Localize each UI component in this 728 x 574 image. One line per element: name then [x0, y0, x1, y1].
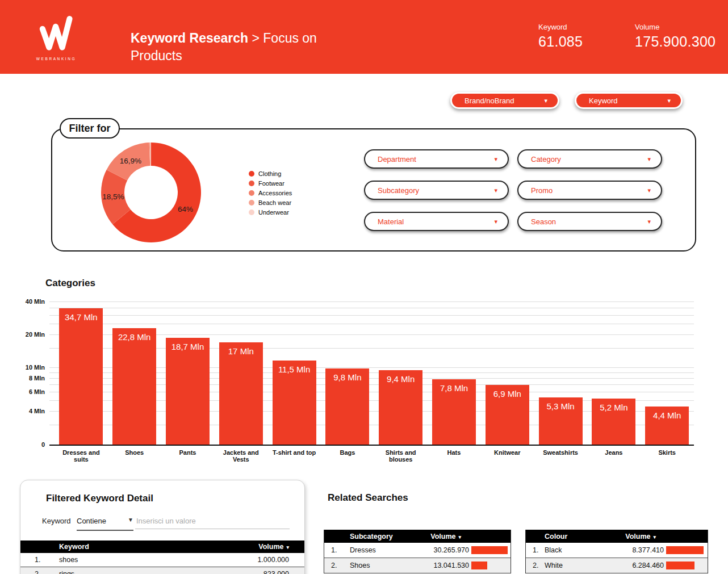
x-axis-category-label: Knitwear — [480, 449, 534, 456]
legend-dot-icon — [249, 190, 254, 196]
legend-label: Footwear — [258, 180, 284, 187]
donut-value-label: 16,9% — [120, 157, 141, 165]
bar-value-label: 11,5 Mln — [273, 364, 316, 374]
filter-dropdown-material[interactable]: Material▾ — [364, 212, 509, 231]
filter-dropdown-label: Department — [378, 155, 416, 164]
legend-dot-icon — [249, 210, 254, 215]
bar-jackets-and-vests[interactable]: 17 Mln — [219, 342, 263, 445]
keyword-filter-operator-dropdown[interactable]: Contiene▼ — [77, 517, 133, 531]
row-label: Shoes — [350, 562, 370, 569]
filter-dropdown-label: Material — [378, 217, 404, 226]
legend-item-underwear: Underwear — [249, 207, 292, 217]
table-row: 1.shoes1.000.000 — [20, 553, 304, 567]
column-header-volume-sort[interactable]: Volume▾ — [625, 533, 656, 541]
filter-dropdown-season[interactable]: Season▾ — [517, 212, 662, 231]
gridline — [49, 301, 694, 302]
keyword-filter-input[interactable] — [135, 513, 290, 529]
x-axis-line — [49, 445, 694, 446]
row-rank: 1. — [331, 546, 337, 554]
table-header: KeywordVolume▾ — [20, 541, 304, 553]
table-header: SubcategoryVolume▾ — [324, 530, 511, 543]
webranking-logo-text: WEBRANKING — [32, 57, 81, 61]
table-row: 1.Black8.377.410 — [526, 543, 708, 558]
bar-value-label: 9,8 Mln — [325, 372, 369, 382]
donut-value-label: 18,5% — [102, 192, 124, 201]
table-header: ColourVolume▾ — [526, 530, 708, 543]
header: WEBRANKING Keyword Research > Focus on P… — [0, 0, 728, 74]
chevron-down-icon: ▾ — [494, 156, 497, 163]
chevron-down-icon: ▾ — [544, 97, 547, 104]
y-axis-tick: 8 Mln — [15, 375, 45, 382]
column-header-keyword: Keyword — [59, 543, 89, 551]
filter-dropdown-promo[interactable]: Promo▾ — [517, 181, 662, 200]
column-header-subcategory: Subcategory — [350, 533, 393, 541]
volume-bar — [471, 546, 508, 554]
bar-value-label: 9,4 Mln — [379, 374, 422, 384]
row-rank: 2. — [331, 562, 337, 569]
y-axis-tick: 4 Mln — [15, 408, 45, 414]
legend-label: Accessories — [258, 190, 292, 196]
top-filter-label: Keyword — [589, 97, 618, 105]
top-filter-label: Brand/noBrand — [465, 97, 514, 105]
legend-dot-icon — [249, 200, 254, 206]
legend-item-beach-wear: Beach wear — [249, 198, 292, 207]
bar-skirts[interactable]: 4,4 Mln — [645, 407, 689, 445]
legend-dot-icon — [249, 171, 254, 177]
filter-dropdown-category[interactable]: Category▾ — [517, 149, 662, 169]
column-header-volume-sort[interactable]: Volume▾ — [430, 533, 461, 541]
legend-item-clothing: Clothing — [249, 169, 292, 178]
bar-value-label: 6,9 Mln — [486, 389, 529, 399]
volume-bar — [666, 562, 694, 569]
dashboard: WEBRANKING Keyword Research > Focus on P… — [0, 0, 728, 574]
y-axis-tick: 6 Mln — [15, 388, 45, 395]
bar-value-label: 17 Mln — [219, 346, 263, 356]
bar-hats[interactable]: 7,8 Mln — [432, 379, 476, 445]
row-label: Dresses — [350, 546, 376, 554]
table-row: 1.Dresses30.265.970 — [324, 543, 511, 558]
department-donut-chart[interactable]: 64%18,5%16,9% — [101, 142, 203, 244]
stat-volume: Volume 175.900.300 — [635, 23, 716, 50]
bar-value-label: 18,7 Mln — [166, 342, 210, 351]
bar-value-label: 34,7 Mln — [59, 312, 103, 322]
donut-value-label: 64% — [178, 205, 193, 213]
top-filter-keyword[interactable]: Keyword▾ — [575, 92, 683, 109]
chevron-down-icon: ▾ — [647, 218, 651, 225]
x-axis-category-label: Pants — [161, 449, 215, 456]
sort-desc-icon: ▾ — [286, 544, 289, 550]
chevron-down-icon: ▾ — [494, 218, 497, 225]
filter-dropdown-label: Season — [531, 217, 556, 226]
row-label: White — [545, 562, 563, 569]
x-axis-category-label: Bags — [321, 449, 374, 456]
bar-shoes[interactable]: 22,8 Mln — [112, 328, 156, 445]
top-filter-brand-nobrand[interactable]: Brand/noBrand▾ — [450, 92, 559, 109]
legend-label: Beach wear — [258, 199, 291, 206]
bar-dresses-and-suits[interactable]: 34,7 Mln — [59, 308, 103, 445]
bar-bags[interactable]: 9,8 Mln — [325, 368, 369, 445]
categories-bar-chart[interactable]: 40 Mln20 Mln10 Mln8 Mln6 Mln4 Mln034,7 M… — [49, 301, 694, 445]
bar-knitwear[interactable]: 6,9 Mln — [486, 385, 529, 445]
volume-bar — [471, 562, 487, 569]
bar-pants[interactable]: 18,7 Mln — [166, 338, 210, 445]
keyword-detail-table: KeywordVolume▾1.shoes1.000.0002.rings823… — [20, 541, 304, 574]
bar-sweatshirts[interactable]: 5,3 Mln — [539, 397, 583, 445]
bar-jeans[interactable]: 5,2 Mln — [592, 399, 635, 445]
filter-dropdown-subcategory[interactable]: Subcategory▾ — [364, 181, 509, 200]
related-searches-title: Related Searches — [328, 492, 408, 504]
bar-value-label: 4,4 Mln — [645, 410, 689, 420]
bar-t-shirt-and-top[interactable]: 11,5 Mln — [273, 361, 316, 445]
bar-value-label: 5,2 Mln — [592, 403, 635, 412]
x-axis-category-label: Jackets and Vests — [214, 449, 267, 463]
row-rank: 2. — [533, 562, 538, 569]
gridline — [49, 315, 694, 316]
y-axis-tick: 0 — [15, 441, 45, 448]
row-volume: 6.284.460 — [632, 562, 664, 569]
row-keyword: rings — [59, 570, 74, 574]
bar-shirts-and-blouses[interactable]: 9,4 Mln — [379, 370, 422, 445]
filter-dropdown-department[interactable]: Department▾ — [364, 149, 509, 169]
filter-dropdown-label: Subcategory — [378, 186, 419, 195]
row-rank: 2. — [35, 570, 40, 574]
column-header-volume-sort[interactable]: Volume▾ — [258, 543, 289, 551]
table-row: 2.White6.284.460 — [526, 558, 708, 573]
bar-value-label: 7,8 Mln — [432, 383, 476, 393]
stat-keyword: Keyword 61.085 — [538, 23, 583, 50]
